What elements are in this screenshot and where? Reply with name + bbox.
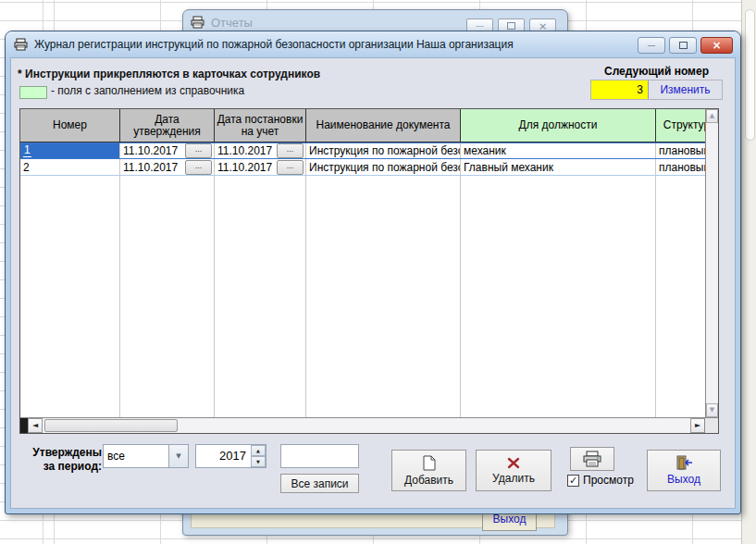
scroll-right-button[interactable]: ► [690,418,705,433]
scrollbar-thumb[interactable] [745,9,755,141]
year-stepper[interactable]: 2017 ▲ ▼ [195,444,266,468]
spin-up-button[interactable]: ▲ [251,445,266,456]
column-header-registration-date[interactable]: Дата постановки на учет [215,109,306,142]
spin-down-button[interactable]: ▼ [251,456,266,467]
preview-option: ✓ Просмотр [567,474,634,487]
dialog-title: Журнал регистрации инструкций по пожарно… [34,38,514,51]
cell-document-name[interactable]: Инструкция по пожарной безопа [306,159,461,176]
reports-title: Отчеты [211,16,253,30]
legend-text: - поля с заполнением из справочника [51,84,244,97]
scroll-left-button[interactable]: ◄ [28,418,43,433]
close-icon: × [712,40,721,51]
grid-line [214,176,215,417]
dialog-minimize-button[interactable]: — [638,37,665,54]
cell-approval-date[interactable]: 11.10.2017 ... [120,159,215,176]
table-horizontal-scrollbar[interactable]: ◄ ► [20,417,718,433]
delete-label: Удалить [492,472,535,485]
cell-registration-date[interactable]: 11.10.2017 ... [215,159,306,176]
period-value: все [104,445,168,467]
grid-line [305,176,306,417]
grid-line [460,176,461,417]
table-header-row: Номер Дата утверждения Дата постановки н… [20,109,718,142]
dialog-client-area: * Инструкции прикрепляются в карточках с… [10,57,736,509]
approved-period-label: Утверждены за период: [24,446,102,474]
scrollbar-thumb[interactable] [44,419,178,432]
table-row[interactable]: 2 11.10.2017 ... 11.10.2017 ... Инструкц… [20,159,718,176]
grid-line [655,176,656,417]
exit-label: Выход [667,473,700,486]
cell-position[interactable]: Главный механик [461,159,656,176]
print-button[interactable] [570,447,614,471]
scroll-down-button[interactable]: ▼ [706,403,718,417]
preview-label: Просмотр [583,474,634,487]
chevron-down-icon[interactable]: ▼ [168,445,188,467]
add-label: Добавить [404,474,453,487]
column-header-document-name[interactable]: Наименование документа [306,109,461,142]
exit-door-icon [675,455,693,470]
change-number-button[interactable]: Изменить [649,80,722,99]
column-header-approval-date[interactable]: Дата утверждения [120,109,215,142]
printer-icon [582,451,602,467]
reports-exit-label: Выход [493,513,527,525]
red-x-icon [507,457,520,469]
new-document-icon [423,455,436,471]
period-select[interactable]: все ▼ [103,444,189,468]
scroll-up-button[interactable]: ▲ [706,109,718,123]
scrollbar-corner [704,418,718,433]
date-picker-button[interactable]: ... [185,160,212,175]
table-row[interactable]: 1 11.10.2017 ... 11.10.2017 ... Инструкц… [20,142,718,159]
instructions-note: * Инструкции прикрепляются в карточках с… [18,68,320,80]
cell-position[interactable]: механик [461,142,656,159]
next-number-group: 3 Изменить [590,80,723,100]
cell-document-name[interactable]: Инструкция по пожарной безопа [306,142,461,159]
exit-button[interactable]: Выход [647,450,721,491]
dialog-maximize-button[interactable] [669,37,697,54]
cell-approval-date[interactable]: 11.10.2017 ... [120,142,215,159]
minimize-icon: — [476,22,484,31]
scrollbar-marker [20,418,28,433]
close-icon: × [539,22,547,31]
next-number-label: Следующий номер [590,65,723,78]
date-picker-button[interactable]: ... [277,143,304,158]
add-button[interactable]: Добавить [391,450,466,491]
printer-icon [191,16,205,29]
column-header-number[interactable]: Номер [20,109,120,142]
app-vertical-scrollbar[interactable] [741,0,756,544]
search-input[interactable] [280,444,359,468]
date-picker-button[interactable]: ... [185,143,212,158]
cell-number[interactable]: 1 [20,142,120,159]
dialog-close-button[interactable]: × [700,37,733,54]
screen: Отчеты — × Выход Журнал регистрации инст… [0,0,756,544]
maximize-icon [507,22,515,30]
grid-line [119,176,120,417]
next-number-field[interactable]: 3 [591,80,649,99]
cell-registration-date[interactable]: 11.10.2017 ... [215,142,306,159]
printer-icon [14,38,29,51]
year-value: 2017 [196,445,251,467]
maximize-icon [679,42,688,49]
dialog-titlebar[interactable]: Журнал регистрации инструкций по пожарно… [6,31,740,57]
column-header-position[interactable]: Для должности [461,109,656,142]
preview-checkbox[interactable]: ✓ [567,475,579,487]
cell-number[interactable]: 2 [20,159,120,176]
instructions-table: Номер Дата утверждения Дата постановки н… [19,108,719,434]
delete-button[interactable]: Удалить [476,450,552,491]
table-vertical-scrollbar[interactable]: ▲ ▼ [705,109,718,417]
minimize-icon: — [648,41,656,50]
lookup-color-swatch [19,86,47,99]
date-picker-button[interactable]: ... [277,160,304,175]
all-records-button[interactable]: Все записи [280,474,359,493]
journal-dialog: Журнал регистрации инструкций по пожарно… [5,31,741,514]
